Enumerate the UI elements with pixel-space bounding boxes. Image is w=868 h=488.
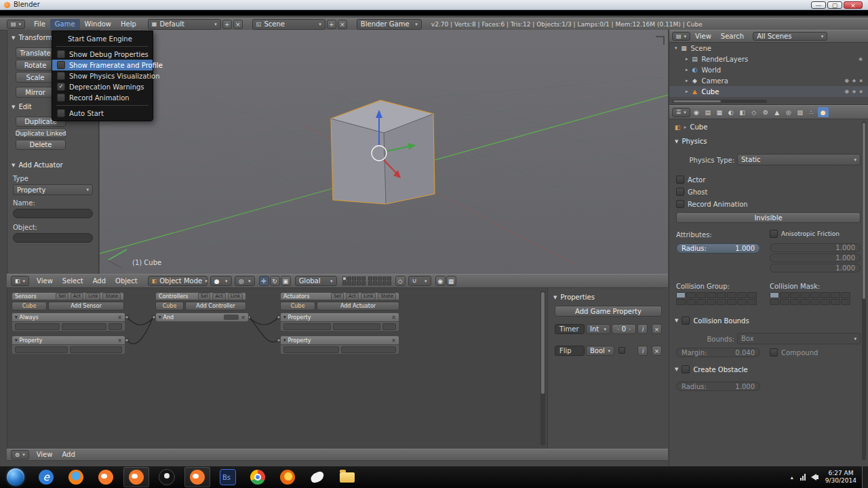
rotate-button[interactable]: Rotate [16, 60, 55, 70]
manipulator-scale-toggle[interactable]: ▣ [281, 276, 291, 286]
viewport-menu-object[interactable]: Object [111, 274, 142, 287]
add-actuator-panel-header[interactable]: ▼Add Actuator [12, 161, 63, 169]
friction-x-slider[interactable]: 1.000 [770, 243, 861, 252]
folder-icon[interactable] [335, 468, 359, 487]
outliner-menu-search[interactable]: Search [716, 30, 749, 42]
render-engine-selector[interactable]: Blender Game▾ [357, 19, 422, 30]
name-input[interactable] [13, 209, 93, 218]
collision-mask-grid[interactable] [770, 292, 850, 305]
actuators-toggle-state[interactable]: State [378, 293, 396, 300]
tray-expand-icon[interactable]: ▴ [791, 474, 793, 481]
minimize-button[interactable]: — [811, 1, 826, 9]
delete-layout-button[interactable]: × [233, 20, 243, 29]
editor-type-button[interactable]: ▤▾ [7, 20, 25, 29]
render-opengl-button[interactable]: ◉ [435, 276, 446, 286]
lock-icon[interactable]: ◇ [395, 276, 406, 286]
delete-button[interactable]: Delete [16, 140, 66, 150]
manipulator-translate-toggle[interactable]: ✛ [259, 276, 269, 286]
game-prop-1-delete-button[interactable]: × [652, 324, 662, 334]
viewport-menu-add[interactable]: Add [88, 274, 111, 287]
actuator-node-2[interactable]: ▾Property× [280, 336, 399, 345]
add-game-property-button[interactable]: Add Game Property [555, 306, 662, 317]
controllers-column-header[interactable]: Controllers Sel Act Link [155, 292, 246, 300]
hide-icon[interactable]: ● [845, 78, 849, 83]
edit-panel-header[interactable]: ▼Edit [12, 103, 32, 110]
add-layout-button[interactable]: + [222, 20, 232, 29]
viewport-editor-type-button[interactable]: ◧▾ [11, 276, 29, 286]
sensors-toggle-act[interactable]: Act [71, 293, 83, 300]
tab-texture[interactable]: ▨ [795, 107, 806, 117]
sensors-toggle-sel[interactable]: Sel [56, 293, 68, 300]
menu-file[interactable]: File [29, 18, 50, 30]
controller-node-1[interactable]: ▾And× [155, 312, 249, 322]
menu-window[interactable]: Window [80, 18, 116, 30]
orientation-dropdown[interactable]: Global▾ [295, 276, 337, 286]
select-restrict-icon[interactable]: ◆ [852, 89, 856, 94]
outliner-filter-dropdown[interactable]: All Scenes▾ [753, 32, 827, 41]
outliner-item-camera[interactable]: ▸◆Camera●◆▪ [669, 75, 868, 86]
firefox-icon-2[interactable] [275, 468, 300, 487]
logic-menu-view[interactable]: View [32, 449, 58, 461]
ghost-checkbox[interactable]: Ghost [676, 188, 707, 196]
actuator-node-1-body[interactable] [280, 322, 399, 331]
billiard-ball-icon[interactable] [155, 468, 179, 487]
logic-properties-header[interactable]: ▼Properties [553, 293, 669, 301]
mirror-button[interactable]: Mirror [16, 87, 55, 98]
pivot-dropdown[interactable]: ◎▾ [235, 276, 255, 286]
screen-layout-selector[interactable]: ▦Default▾ [148, 19, 221, 30]
menu-item-start-game-engine[interactable]: Start Game Engine [52, 33, 153, 44]
sensors-toggle-link[interactable]: Link [85, 293, 100, 300]
volume-icon[interactable] [811, 474, 818, 481]
logic-scrollbar[interactable] [540, 291, 545, 445]
render-restrict-icon[interactable]: ▪ [859, 78, 863, 83]
blender-icon-3[interactable] [184, 467, 210, 487]
object-input[interactable] [13, 233, 93, 243]
create-obstacle-panel-header[interactable]: ▼Create Obstacle [675, 365, 748, 373]
add-actuator-button[interactable]: Add Actuator [317, 302, 399, 310]
actuators-toggle-act[interactable]: Act [346, 293, 359, 300]
sensor-node-2-body[interactable] [12, 345, 125, 354]
render-anim-button[interactable]: ▦ [446, 276, 456, 286]
sensors-toggle-state[interactable]: State [102, 293, 121, 300]
physics-panel-header[interactable]: ▼Physics [675, 138, 707, 145]
maximize-button[interactable]: ▢ [827, 1, 842, 9]
duplicate-linked-button[interactable]: Duplicate Linked [16, 128, 66, 138]
menu-game[interactable]: Game [50, 19, 80, 30]
menu-item-show-physics-visualization[interactable]: Show Physics Visualization [52, 70, 153, 81]
scene-selector[interactable]: ◱Scene▾ [252, 19, 326, 30]
dove-icon[interactable] [305, 468, 330, 487]
game-prop-1-name[interactable]: Timer [555, 324, 585, 334]
translate-button[interactable]: Translate [16, 47, 55, 58]
game-prop-1-value[interactable]: ‹0› [612, 324, 636, 334]
delete-scene-button[interactable]: × [338, 20, 347, 29]
add-controller-button[interactable]: Add Controller [185, 302, 246, 310]
menu-help[interactable]: Help [116, 18, 141, 30]
collision-group-grid[interactable] [676, 292, 757, 305]
bounds-dropdown[interactable]: Box▾ [737, 333, 861, 344]
show-desktop-button[interactable] [862, 466, 868, 488]
properties-scrollbar[interactable] [862, 121, 866, 460]
anisotropic-friction-checkbox[interactable]: Anisotropic Friction [770, 230, 840, 238]
outliner-item-scene[interactable]: ▾▦Scene [669, 43, 868, 54]
game-prop-1-type[interactable]: Int▾ [586, 324, 610, 334]
scale-button[interactable]: Scale [16, 72, 55, 83]
tab-material[interactable]: ◎ [783, 107, 794, 117]
tab-modifiers[interactable]: ⚙ [760, 107, 771, 117]
viewport-menu-view[interactable]: View [32, 274, 58, 287]
sensor-node-1[interactable]: ▾Always× [12, 312, 125, 322]
blender-icon-2[interactable] [123, 467, 149, 487]
clock[interactable]: 6:27 AM 9/30/2014 [825, 470, 856, 485]
close-button[interactable]: × [844, 1, 863, 9]
menu-item-show-debug-properties[interactable]: Show Debug Properties [52, 49, 153, 60]
snap-dropdown[interactable]: ∩▾ [408, 276, 431, 286]
menu-item-auto-start[interactable]: Auto Start [52, 108, 153, 119]
margin-slider[interactable]: Margin:0.040 [676, 348, 760, 357]
actuators-toggle-link[interactable]: Link [361, 293, 376, 300]
game-prop-2-value-checkbox[interactable] [618, 347, 625, 354]
tab-particles[interactable]: ∴ [806, 107, 817, 117]
type-dropdown[interactable]: Property▾ [13, 184, 93, 195]
radius-slider[interactable]: Radius:1.000 [676, 243, 760, 253]
viewport-3d[interactable]: (1) Cube [100, 30, 668, 274]
physics-type-dropdown[interactable]: Static▾ [737, 154, 861, 165]
outliner-menu-view[interactable]: View [690, 30, 716, 42]
